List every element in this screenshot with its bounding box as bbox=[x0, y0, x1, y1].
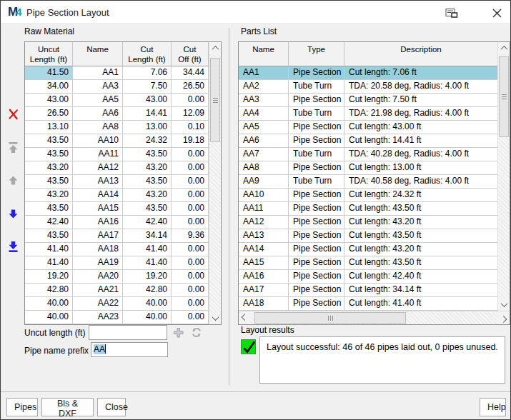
table-row[interactable]: 43.50AA1143.500.00 bbox=[25, 148, 221, 161]
table-cell: AA17 bbox=[73, 229, 123, 243]
pipe-name-prefix-input[interactable]: AA bbox=[91, 342, 168, 357]
close-button[interactable] bbox=[488, 6, 505, 20]
reload-uncut-lengths-button[interactable] bbox=[189, 324, 204, 340]
scroll-left-button[interactable] bbox=[239, 311, 251, 324]
table-cell: Pipe Section bbox=[289, 134, 344, 148]
scroll-up-button[interactable] bbox=[498, 42, 510, 54]
move-down-button[interactable] bbox=[6, 206, 20, 221]
scroll-right-button[interactable] bbox=[497, 311, 510, 324]
table-cell: 9.36 bbox=[172, 229, 209, 243]
table-row[interactable]: 43.20AA1243.200.00 bbox=[25, 161, 221, 175]
table-row[interactable]: 40.00AA2340.000.00 bbox=[25, 311, 221, 324]
column-header: CutLength (ft) bbox=[123, 42, 172, 66]
chevron-up-icon bbox=[500, 46, 507, 53]
table-row[interactable]: AA18Pipe SectionCut length: 41.40 ft bbox=[239, 297, 510, 311]
refresh-icon bbox=[190, 326, 203, 339]
table-cell: 43.50 bbox=[25, 202, 73, 216]
table-cell: Cut length: 24.32 ft bbox=[344, 189, 498, 202]
table-cell: AA15 bbox=[73, 202, 123, 216]
table-row[interactable]: AA17Pipe SectionCut length: 34.14 ft bbox=[239, 284, 510, 297]
scroll-down-button[interactable] bbox=[209, 312, 221, 324]
scroll-up-button[interactable] bbox=[209, 42, 221, 54]
table-row[interactable]: 43.20AA1443.200.00 bbox=[25, 189, 221, 202]
table-row[interactable]: AA12Pipe SectionCut length: 43.20 ft bbox=[239, 216, 510, 229]
delete-raw-material-button[interactable] bbox=[6, 106, 20, 121]
table-cell: 43.50 bbox=[25, 134, 73, 148]
table-row[interactable]: AA4Tube TurnTDA: 21.98 deg, Radius: 4.00… bbox=[239, 107, 510, 121]
table-row[interactable]: 19.20AA2019.200.00 bbox=[25, 270, 221, 284]
table-row[interactable]: AA15Pipe SectionCut length: 43.50 ft bbox=[239, 256, 510, 270]
table-row[interactable]: AA2Tube TurnTDA: 20.58 deg, Radius: 4.00… bbox=[239, 80, 510, 94]
move-to-bottom-button[interactable] bbox=[6, 239, 20, 254]
title-bar: M4 Pipe Section Layout bbox=[1, 1, 510, 24]
table-cell: Cut length: 7.06 ft bbox=[344, 66, 498, 80]
table-row[interactable]: AA16Pipe SectionCut length: 42.40 ft bbox=[239, 270, 510, 284]
table-row[interactable]: AA8Pipe SectionCut length: 13.00 ft bbox=[239, 161, 510, 175]
table-row[interactable]: 43.50AA1543.500.00 bbox=[25, 202, 221, 216]
table-row[interactable]: AA5Pipe SectionCut length: 43.00 ft bbox=[239, 121, 510, 134]
table-cell: Cut length: 43.00 ft bbox=[344, 121, 498, 134]
table-row[interactable]: 42.40AA1642.400.00 bbox=[25, 216, 221, 229]
window-title: Pipe Section Layout bbox=[26, 7, 109, 18]
table-cell: Pipe Section bbox=[289, 202, 344, 216]
table-row[interactable]: AA11Pipe SectionCut length: 43.50 ft bbox=[239, 202, 510, 216]
table-row[interactable]: 41.50AA17.0634.44 bbox=[25, 66, 221, 80]
uncut-length-input[interactable] bbox=[89, 325, 167, 340]
bls-dxf-button[interactable]: Bls & DXF bbox=[41, 398, 94, 416]
table-cell: 40.00 bbox=[123, 297, 172, 311]
table-cell: 19.20 bbox=[25, 270, 73, 284]
move-up-button[interactable] bbox=[6, 173, 20, 187]
table-row[interactable]: 43.00AA543.000.00 bbox=[25, 94, 221, 107]
table-cell: 43.20 bbox=[25, 189, 73, 202]
table-row[interactable]: AA13Pipe SectionCut length: 43.50 ft bbox=[239, 229, 510, 243]
table-cell: AA1 bbox=[73, 66, 123, 80]
table-row[interactable]: 43.50AA1734.149.36 bbox=[25, 229, 221, 243]
table-row[interactable]: AA10Pipe SectionCut length: 24.32 ft bbox=[239, 189, 510, 202]
table-cell: AA11 bbox=[73, 148, 123, 161]
table-row[interactable]: AA14Pipe SectionCut length: 43.20 ft bbox=[239, 243, 510, 256]
table-row[interactable]: 41.40AA1841.400.00 bbox=[25, 243, 221, 256]
scrollbar-thumb[interactable] bbox=[254, 312, 406, 324]
table-row[interactable]: 13.10AA813.000.10 bbox=[25, 121, 221, 134]
table-row[interactable]: AA6Pipe SectionCut length: 14.41 ft bbox=[239, 134, 510, 148]
table-row[interactable]: 40.00AA2240.000.00 bbox=[25, 297, 221, 311]
table-cell: AA2 bbox=[239, 80, 289, 94]
table-row[interactable]: 34.00AA37.5026.50 bbox=[25, 80, 221, 94]
scrollbar-thumb[interactable] bbox=[499, 56, 509, 137]
table-row[interactable]: AA3Pipe SectionCut length: 7.50 ft bbox=[239, 94, 510, 107]
add-uncut-length-button[interactable] bbox=[170, 324, 186, 340]
move-to-top-button[interactable] bbox=[6, 140, 20, 154]
table-row[interactable]: 41.40AA1941.400.00 bbox=[25, 256, 221, 270]
table-cell: 43.20 bbox=[123, 161, 172, 175]
table-cell: 43.00 bbox=[123, 94, 172, 107]
parts-list-caption: Parts List bbox=[241, 26, 277, 36]
pipe-name-prefix-label: Pipe name prefix bbox=[24, 346, 89, 356]
table-cell: Cut length: 13.00 ft bbox=[344, 161, 498, 175]
parts-list-header: NameTypeDescription bbox=[239, 42, 510, 66]
move-up-icon bbox=[7, 174, 19, 186]
table-cell: 0.00 bbox=[172, 202, 209, 216]
close-dialog-button[interactable]: Close bbox=[97, 398, 126, 416]
table-cell: 0.00 bbox=[172, 175, 209, 189]
table-row[interactable]: 43.50AA1024.3219.18 bbox=[25, 134, 221, 148]
table-cell: TDA: 40.28 deg, Radius: 4.00 ft bbox=[344, 148, 498, 161]
table-row[interactable]: AA7Tube TurnTDA: 40.28 deg, Radius: 4.00… bbox=[239, 148, 510, 161]
table-row[interactable]: 26.50AA614.4112.09 bbox=[25, 107, 221, 121]
header-line: Length (ft) bbox=[123, 54, 171, 64]
table-cell: 42.40 bbox=[25, 216, 73, 229]
scroll-down-button[interactable] bbox=[498, 299, 510, 311]
table-row[interactable]: 43.50AA1343.500.00 bbox=[25, 175, 221, 189]
help-button[interactable]: Help bbox=[480, 398, 506, 416]
column-header: Type bbox=[289, 42, 344, 66]
pipes-button[interactable]: Pipes bbox=[6, 398, 38, 416]
table-cell: Pipe Section bbox=[289, 229, 344, 243]
table-cell: 42.80 bbox=[25, 284, 73, 297]
column-header: CutOff (ft) bbox=[172, 42, 209, 66]
dock-window-button[interactable] bbox=[444, 6, 460, 19]
table-row[interactable]: AA9Tube TurnTDA: 40.58 deg, Radius: 4.00… bbox=[239, 175, 510, 189]
table-row[interactable]: AA1Pipe SectionCut length: 7.06 ft bbox=[239, 66, 510, 80]
table-row[interactable]: 42.80AA2142.800.00 bbox=[25, 284, 221, 297]
table-cell: 26.50 bbox=[172, 80, 209, 94]
table-cell: 34.00 bbox=[25, 80, 73, 94]
scrollbar-thumb[interactable] bbox=[210, 58, 220, 142]
